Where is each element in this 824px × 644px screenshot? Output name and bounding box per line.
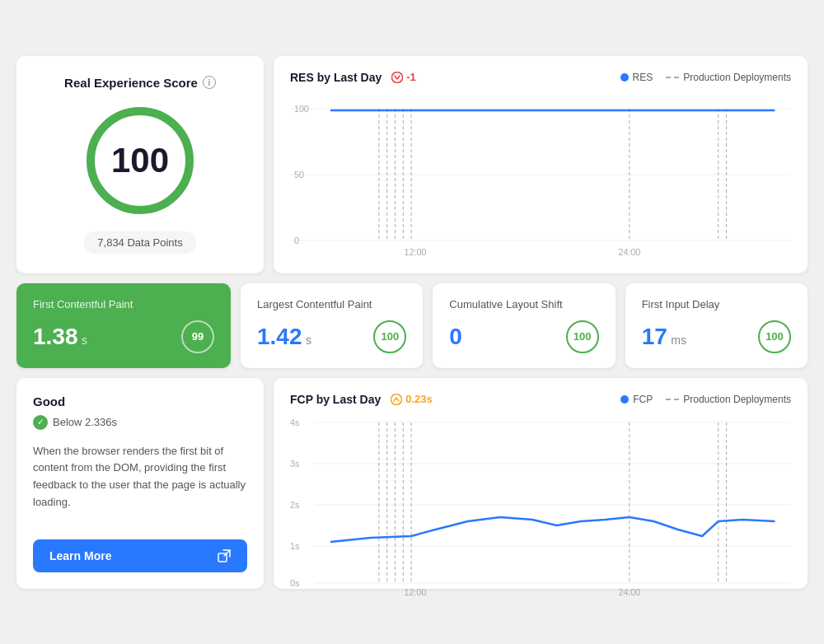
metric-fcp: First Contentful Paint 1.38 s 99 [16, 283, 231, 368]
fcp-value: 1.38 [33, 324, 78, 349]
fid-score-badge: 100 [758, 320, 791, 353]
external-link-icon [218, 549, 231, 562]
fcp-label: First Contentful Paint [33, 298, 214, 310]
fcp-deployments-dash [666, 399, 679, 400]
dashboard: Real Experience Score i 100 7,834 Data P… [16, 56, 808, 589]
res-score-card: Real Experience Score i 100 7,834 Data P… [16, 56, 264, 273]
fcp-unit: s [82, 334, 87, 347]
res-chart-delta: -1 [391, 71, 416, 83]
res-legend-dot [620, 73, 629, 82]
chart-header: RES by Last Day -1 RES Production Deploy… [290, 71, 791, 84]
cls-value: 0 [449, 324, 462, 349]
check-circle-icon: ✓ [33, 415, 48, 430]
fcp-value-row: 1.38 s 99 [33, 320, 214, 353]
delta-down-icon [391, 72, 403, 83]
legend-deployments: Production Deployments [666, 72, 791, 83]
svg-text:0: 0 [294, 235, 299, 245]
metrics-row: First Contentful Paint 1.38 s 99 Largest… [16, 283, 808, 368]
res-chart-title: RES by Last Day [290, 71, 382, 84]
score-ring: 100 [82, 103, 198, 218]
learn-more-button[interactable]: Learn More [33, 539, 247, 572]
fcp-legend-dot [620, 395, 629, 404]
cls-value-row: 0 100 [449, 320, 598, 353]
fcp-chart-area: 4s 3s 2s 1s 0s 12:00 24:00 [290, 414, 791, 579]
svg-text:1s: 1s [290, 540, 300, 550]
legend-fcp-deployments: Production Deployments [666, 394, 791, 405]
res-title: Real Experience Score i [64, 76, 216, 90]
svg-text:2s: 2s [290, 499, 300, 509]
fcp-chart-title: FCP by Last Day [290, 393, 381, 406]
legend-res: RES [620, 72, 653, 83]
svg-text:4s: 4s [290, 417, 300, 427]
metric-cls: Cumulative Layout Shift 0 100 [433, 283, 615, 368]
svg-text:0s: 0s [290, 577, 300, 587]
fid-unit: ms [671, 334, 686, 347]
fcp-chart-card: FCP by Last Day 0.23s FCP Production Dep… [274, 378, 808, 589]
good-label: Good [33, 394, 247, 408]
cls-score-badge: 100 [566, 320, 599, 353]
svg-text:3s: 3s [290, 458, 300, 468]
metric-lcp: Largest Contentful Paint 1.42 s 100 [241, 283, 423, 368]
svg-text:50: 50 [294, 169, 304, 179]
svg-text:12:00: 12:00 [405, 246, 427, 256]
fcp-chart-delta: 0.23s [391, 393, 433, 405]
fid-label: First Input Delay [642, 298, 791, 310]
lcp-value: 1.42 [257, 324, 302, 349]
data-points-badge: 7,834 Data Points [84, 231, 195, 254]
metric-fid: First Input Delay 17 ms 100 [625, 283, 808, 368]
fcp-legend: FCP Production Deployments [620, 394, 791, 405]
lcp-label: Largest Contentful Paint [257, 298, 406, 310]
legend-fcp: FCP [620, 394, 653, 405]
res-legend: RES Production Deployments [620, 72, 791, 83]
svg-text:24:00: 24:00 [618, 586, 640, 595]
fcp-chart-header: FCP by Last Day 0.23s FCP Production Dep… [290, 393, 791, 406]
score-value: 100 [111, 141, 169, 180]
svg-text:100: 100 [294, 103, 309, 113]
threshold-text: Below 2.336s [53, 416, 117, 428]
cls-label: Cumulative Layout Shift [449, 298, 598, 310]
res-chart-area: 100 50 0 12:00 24:00 [290, 92, 791, 257]
lcp-value-row: 1.42 s 100 [257, 320, 406, 353]
res-chart-card: RES by Last Day -1 RES Production Deploy… [274, 56, 808, 273]
fcp-score-badge: 99 [181, 320, 214, 353]
fid-value-row: 17 ms 100 [642, 320, 791, 353]
delta-up-icon [391, 394, 402, 405]
lcp-score-badge: 100 [373, 320, 406, 353]
svg-point-20 [391, 394, 402, 404]
threshold-row: ✓ Below 2.336s [33, 415, 247, 430]
svg-text:12:00: 12:00 [405, 586, 427, 595]
fid-value: 17 [642, 324, 667, 349]
deployments-legend-dash [666, 77, 679, 78]
fcp-description: When the browser renders the first bit o… [33, 443, 247, 523]
svg-text:24:00: 24:00 [618, 246, 640, 256]
info-icon[interactable]: i [203, 76, 216, 89]
lcp-unit: s [306, 334, 311, 347]
res-score-title: Real Experience Score [64, 76, 198, 90]
bottom-left-card: Good ✓ Below 2.336s When the browser ren… [16, 378, 264, 589]
svg-point-2 [392, 72, 403, 82]
